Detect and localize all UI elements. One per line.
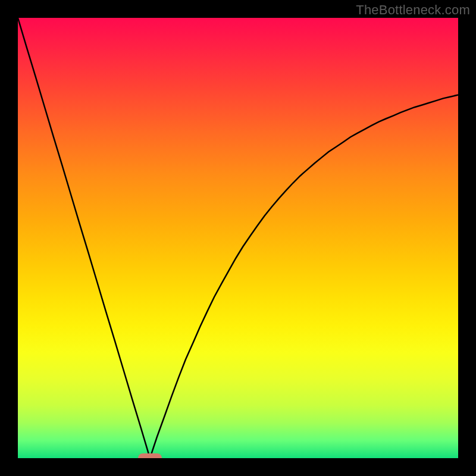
chart-canvas: TheBottleneck.com [0, 0, 476, 476]
watermark-text: TheBottleneck.com [356, 2, 470, 18]
minimum-marker [138, 453, 162, 458]
plot-area [18, 18, 458, 458]
bottleneck-curve [18, 18, 458, 458]
